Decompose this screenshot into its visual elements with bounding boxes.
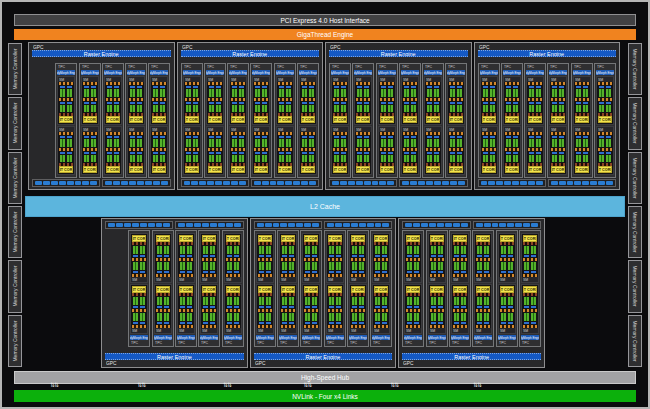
cuda-core-column (477, 297, 482, 308)
warp-scheduler-strip (375, 306, 380, 308)
polymorph-engine-label: PolyMorph Engine (252, 71, 270, 74)
warp-scheduler-strip (60, 136, 65, 138)
cuda-cores (583, 155, 588, 163)
rop-segment (223, 181, 230, 185)
cuda-cores (382, 313, 387, 321)
cuda-cores (180, 313, 185, 321)
warp-scheduler-strip (227, 255, 232, 257)
sm-label: SM (551, 128, 556, 131)
cuda-core-column (341, 152, 346, 163)
cuda-core-array (178, 245, 194, 258)
cuda-cores (501, 262, 506, 270)
sm-header: SM (131, 328, 147, 333)
warp-scheduler-strip (305, 306, 310, 308)
cuda-cores (227, 246, 232, 254)
memory-controller-bar: Memory Controller (8, 260, 22, 312)
cuda-cores (302, 155, 307, 163)
flow-arrows-icon: ⇅⇅ (472, 347, 494, 352)
warp-scheduler-strip (388, 86, 393, 88)
cuda-core-array (155, 261, 171, 274)
warp-scheduler-strip (341, 102, 346, 104)
cuda-core-array (481, 151, 497, 164)
polymorph-engine-bar: PolyMorph Engine (526, 70, 544, 75)
warp-scheduler-strip (67, 86, 72, 88)
cuda-cores (484, 313, 489, 321)
cuda-core-column (329, 297, 334, 308)
flow-arrows-icon: ⇅⇅ (370, 347, 392, 352)
cuda-cores (157, 297, 162, 305)
warp-scheduler-strip (114, 136, 119, 138)
warp-scheduler-strip (187, 322, 192, 324)
memory-controller-label: Memory Controller (12, 266, 18, 307)
rt-core-label: RT CORE (278, 168, 292, 172)
sm-header: SM (280, 328, 296, 333)
sm-label: SM (301, 78, 306, 81)
tpc-block: TPCPolyMorph EngineSMRT CORESMRT CORE (472, 230, 494, 347)
cuda-core-column (334, 152, 339, 163)
rop-row (180, 179, 321, 187)
cuda-cores (186, 105, 191, 113)
cuda-core-column (84, 152, 89, 163)
cuda-core-column (336, 262, 341, 273)
tpc-label-text: TPC (332, 65, 339, 68)
sm-block: SMRT CORE (276, 126, 294, 175)
rt-core-bar: RT CORE (528, 166, 542, 173)
tpc-row: ⇅⇅TPCPolyMorph EngineSMRT CORESMRT CORE⇅… (253, 230, 394, 352)
cuda-core-column (552, 102, 557, 113)
warp-scheduler-strip (427, 86, 432, 88)
rt-core-bar: RT CORE (156, 235, 170, 242)
cuda-core-column (364, 102, 369, 113)
cuda-cores (309, 139, 314, 147)
tpc-block: TPCPolyMorph EngineSMRT CORESMRT CORE (399, 63, 421, 178)
cuda-cores (160, 89, 165, 97)
tpc-label-text: TPC (184, 65, 191, 68)
cuda-core-column (286, 136, 291, 147)
tpc-label: TPC (428, 341, 446, 345)
cuda-cores (490, 155, 495, 163)
sm-label: SM (278, 128, 283, 131)
rt-core-bar: RT CORE (179, 286, 193, 293)
warp-scheduler-strip (407, 322, 412, 324)
rt-core-bar: RT CORE (185, 166, 199, 173)
tpc-label: TPC (526, 65, 544, 69)
cuda-core-column (536, 136, 541, 147)
cuda-core-array (128, 101, 144, 114)
cuda-cores (67, 89, 72, 97)
cuda-core-column (359, 313, 364, 324)
sm-header: SM (522, 328, 538, 333)
cuda-core-column (255, 102, 260, 113)
sm-header: SM (280, 277, 296, 282)
sm-label: SM (482, 128, 487, 131)
cuda-core-column (414, 313, 419, 324)
sm-block: SMRT CORE (404, 233, 422, 283)
cuda-core-array (277, 135, 293, 148)
cuda-core-array (82, 101, 98, 114)
cuda-core-column (157, 297, 162, 308)
rop-segment (335, 223, 342, 227)
tpc-slot: ⇅⇅TPCPolyMorph EngineSMRT CORESMRT CORE (277, 230, 299, 352)
rop-segment (340, 181, 347, 185)
tpc-label-text: TPC (131, 341, 138, 344)
cuda-cores (438, 246, 443, 254)
warp-scheduler-strip (309, 136, 314, 138)
rop-segment (288, 223, 295, 227)
warp-scheduler-strip (60, 86, 65, 88)
flow-arrows-icon: ⇅⇅ (222, 347, 244, 352)
cuda-cores (576, 155, 581, 163)
warp-scheduler-strip (67, 152, 72, 154)
warp-scheduler-strip (477, 306, 482, 308)
tpc-block: TPCPolyMorph EngineSMRT CORESMRT CORE (254, 230, 276, 347)
sm-block: SMRT CORE (549, 126, 567, 175)
rt-core-bar: RT CORE (202, 235, 216, 242)
cuda-cores (388, 105, 393, 113)
memory-controller-bar: Memory Controller (628, 43, 642, 95)
cuda-core-column (259, 313, 264, 324)
polymorph-engine-bar: PolyMorph Engine (130, 335, 148, 340)
gpc-label-text: GPC (479, 45, 489, 50)
flow-arrows-icon: ⇅⇅ (496, 347, 518, 352)
cuda-core-array (402, 101, 418, 114)
cuda-cores (329, 297, 334, 305)
cuda-core-column (160, 152, 165, 163)
warp-scheduler-strip (312, 306, 317, 308)
flow-arrow-glyph: ⇅⇅ (303, 382, 311, 389)
